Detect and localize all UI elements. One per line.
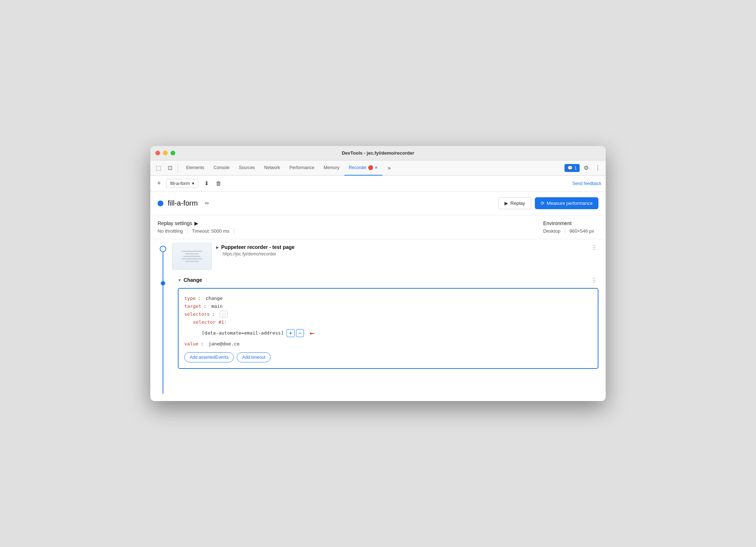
puppeteer-step-info: ▶ Puppeteer recorder - test page ⋮ https… [216,243,598,257]
add-selector-button[interactable]: + [287,329,295,337]
steps-content: ▶ Puppeteer recorder - test page ⋮ https… [172,243,606,394]
tab-console[interactable]: Console [209,160,234,176]
tab-network[interactable]: Network [260,160,284,176]
environment-info: Desktop 960×546 px [543,228,598,234]
selectors-key: selectors [184,310,210,318]
environment-settings: Environment Desktop 960×546 px [543,220,598,234]
add-asserted-events-button[interactable]: Add assertedEvents [184,352,234,362]
change-step-more-button[interactable]: ⋮ [590,276,598,284]
step-thumbnail [172,243,212,270]
red-arrow-icon: ← [310,326,314,340]
puppeteer-step-title: Puppeteer recorder - test page [221,244,295,250]
more-tabs-icon[interactable]: » [383,165,395,171]
code-line-target: target : main [184,302,592,310]
change-step: ▼ Change ⋮ type : change [178,276,598,369]
add-remove-buttons: + − [287,329,304,337]
tab-icons: ⬚ ⊡ [153,163,178,173]
close-button[interactable] [155,151,160,155]
recording-title: fill-a-form [168,199,198,207]
selector-num-label: selector #1: [193,318,227,326]
change-step-header: ▼ Change ⋮ [178,276,598,284]
tab-memory[interactable]: Memory [319,160,344,176]
replay-settings: Replay settings ▶ No throttling Timeout:… [158,220,234,234]
maximize-button[interactable] [171,151,175,155]
remove-selector-button[interactable]: − [296,329,304,337]
edit-title-button[interactable]: ✏ [202,198,212,208]
devtools-tabs: ⬚ ⊡ Elements Console Sources Network Per… [150,160,606,176]
expand-icon: ▶ [216,245,219,249]
selector-picker-button[interactable]: ⬚ [220,311,228,318]
settings-icon[interactable]: ⚙ [581,163,591,173]
code-line-type: type : change [184,294,592,302]
device-icon[interactable]: ⊡ [165,163,175,173]
replay-settings-toggle[interactable]: Replay settings ▶ [158,220,234,226]
more-options-icon[interactable]: ⋮ [593,163,603,173]
play-icon: ▶ [504,201,508,206]
code-line-selectors: selectors : ⬚ [184,310,592,318]
toolbar-actions: ⬇ 🗑 [201,178,224,189]
delete-recording-button[interactable]: 🗑 [214,178,224,189]
change-code-block: type : change target : main selector [178,288,598,369]
measure-icon: ⟳ [541,201,545,206]
puppeteer-step: ▶ Puppeteer recorder - test page ⋮ https… [172,243,598,270]
code-line-value: value : jane@doe.co [184,340,592,348]
puppeteer-step-url: https://jec.fyi/demo/recorder [216,251,598,257]
desktop-value: Desktop [543,228,565,234]
triangle-icon: ▶ [194,220,198,226]
chat-badge-button[interactable]: 💬 1 [564,164,580,172]
chat-icon: 💬 [567,165,573,171]
header-actions: ▶ Replay ⟳ Measure performance [498,197,598,209]
tab-elements[interactable]: Elements [182,160,209,176]
tab-right-icons: 💬 1 ⚙ ⋮ [564,163,603,173]
steps-area: ▶ Puppeteer recorder - test page ⋮ https… [150,239,606,401]
value-key: value [184,340,198,348]
change-step-title: Change [184,277,202,283]
resolution-value: 960×546 px [565,228,598,234]
timeline-node-2 [161,281,165,285]
tab-recorder[interactable]: Recorder 🔴 ✕ [344,160,382,176]
pencil-icon: ✏ [205,200,210,207]
traffic-lights [155,151,175,155]
type-key: type [184,294,196,302]
add-timeout-button[interactable]: Add timeout [237,352,271,362]
download-recording-button[interactable]: ⬇ [201,178,211,189]
main-content: fill-a-form ✏ ▶ Replay ⟳ Measure perform… [150,191,606,401]
value-val: jane@doe.co [209,340,240,348]
settings-bar: Replay settings ▶ No throttling Timeout:… [150,215,606,239]
selector-value: [data-automate=email-address] [202,329,284,337]
action-buttons: Add assertedEvents Add timeout [184,352,592,362]
inspect-icon[interactable]: ⬚ [153,163,163,173]
code-line-selector-label: selector #1: [184,318,592,326]
settings-info: No throttling Timeout: 5000 ms [158,228,234,234]
timeline-connector-2 [163,285,163,394]
tab-performance[interactable]: Performance [285,160,319,176]
target-key: target [184,302,201,310]
replay-button[interactable]: ▶ Replay [498,197,531,209]
timeout-value: Timeout: 5000 ms [188,228,234,234]
recording-selector[interactable]: fill-a-form ▾ [166,179,198,188]
minimize-button[interactable] [163,151,168,155]
environment-title: Environment [543,220,598,226]
measure-performance-button[interactable]: ⟳ Measure performance [535,197,598,209]
timeline-node-1 [160,246,166,252]
title-bar: DevTools - jec.fyi/demo/recorder [150,146,606,160]
chevron-down-icon: ▾ [192,181,194,186]
code-line-selector-value: [data-automate=email-address] + − ← [184,326,592,340]
recording-status-dot [158,201,163,206]
window-title: DevTools - jec.fyi/demo/recorder [342,150,414,156]
send-feedback-link[interactable]: Send feedback [572,181,601,186]
add-recording-button[interactable]: + [155,179,163,188]
puppeteer-step-header: ▶ Puppeteer recorder - test page ⋮ [216,243,598,251]
puppeteer-step-more-button[interactable]: ⋮ [590,243,598,251]
recorder-toolbar: + fill-a-form ▾ ⬇ 🗑 Send feedback [150,176,606,191]
throttle-value: No throttling [158,228,188,234]
timeline-connector-1 [163,252,163,281]
type-value: change [206,294,223,302]
target-value: main [211,302,223,310]
collapse-icon: ▼ [178,278,181,282]
cursor-icon: ⬚ [222,313,225,316]
tab-sources[interactable]: Sources [235,160,259,176]
recording-header: fill-a-form ✏ ▶ Replay ⟳ Measure perform… [150,191,606,215]
timeline-col [154,243,172,394]
devtools-window: DevTools - jec.fyi/demo/recorder ⬚ ⊡ Ele… [150,146,606,401]
